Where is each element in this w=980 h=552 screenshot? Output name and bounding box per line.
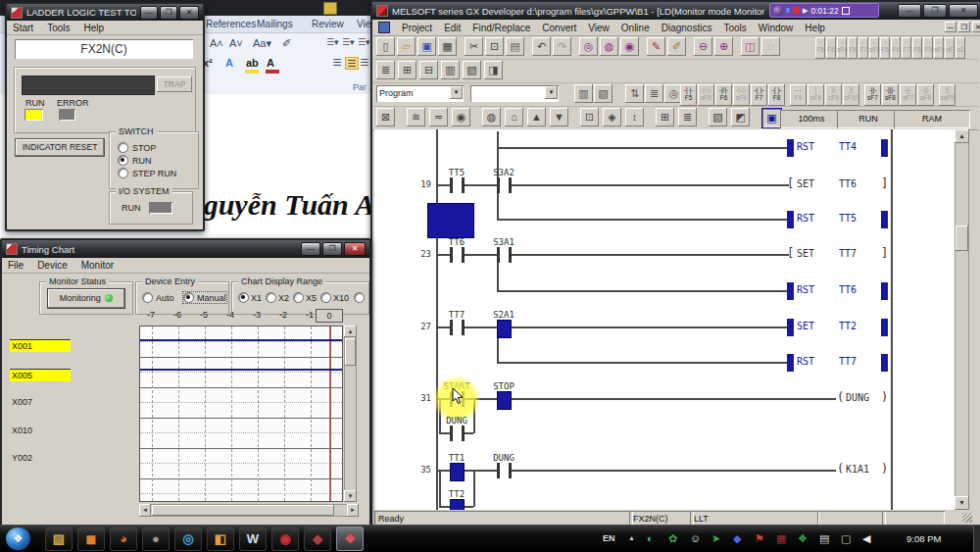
tray-clipboard-icon[interactable]: ▤ <box>819 532 829 545</box>
taskbar-app-gx-developer[interactable]: ❖ <box>336 527 364 551</box>
ladder-symbol-F6[interactable]: -|/|-F6 <box>715 84 732 106</box>
signal-label-X007[interactable]: X007 <box>10 396 71 408</box>
monitoring-button[interactable]: Monitoring <box>47 288 125 309</box>
recorder-stop-icon[interactable] <box>793 7 800 14</box>
switch-option-stop[interactable]: STOP <box>118 142 156 153</box>
sort-button[interactable]: ⇅ <box>625 84 644 103</box>
contact-bar[interactable] <box>497 463 500 478</box>
range-option-X2[interactable]: X2 <box>266 292 289 303</box>
language-indicator[interactable]: EN <box>603 533 615 543</box>
comment-edit-button[interactable]: ▥ <box>574 84 593 103</box>
device-list-button[interactable]: ≣ <box>645 84 663 103</box>
range-option-clipped[interactable] <box>354 292 365 303</box>
gx-menu-tools[interactable]: Tools <box>717 23 752 33</box>
statement-edit-button[interactable]: ▧ <box>594 84 612 103</box>
gx-menu-view[interactable]: View <box>582 23 615 33</box>
chart-scroll-right[interactable]: ► <box>347 504 359 517</box>
lt-menu-help[interactable]: Help <box>83 23 104 33</box>
comment-toggle-button[interactable]: ≣ <box>678 108 697 126</box>
taskbar-app-explorer[interactable]: ▨ <box>45 527 73 551</box>
tc-menu-file[interactable]: File <box>8 260 24 271</box>
trace-2-button[interactable]: ≂ <box>429 108 448 126</box>
word-tab-review[interactable]: Review <box>312 19 344 29</box>
tray-network-icon[interactable]: ▢ <box>841 532 851 545</box>
trap-button[interactable]: TRAP <box>157 76 192 92</box>
ladder-vscroll-thumb[interactable] <box>956 226 968 251</box>
range-option-X10[interactable]: X10 <box>320 292 349 303</box>
combo-arrow-icon[interactable]: ▼ <box>450 86 463 99</box>
open-button[interactable]: ▱ <box>397 37 416 56</box>
recorder-panel-icon[interactable] <box>842 7 850 15</box>
timing-chart-window[interactable]: Timing Chart — ❐ ✕ FileDeviceMonitor Mon… <box>0 238 371 528</box>
recorder-play-icon[interactable]: ▶ <box>803 7 808 15</box>
statement-view-button[interactable]: ▧ <box>463 61 481 79</box>
gx-menu-online[interactable]: Online <box>615 23 656 33</box>
device-entry-option-manual[interactable]: Manual <box>183 292 226 303</box>
taskbar-app-messenger[interactable]: ◎ <box>174 527 202 551</box>
paste-button[interactable]: ▤ <box>506 37 524 56</box>
ladder-symbol-F5[interactable]: -| |-F5 <box>680 84 697 106</box>
gx-child-restore[interactable]: ❐ <box>958 22 970 32</box>
tray-sync-icon[interactable]: ◐ <box>647 532 654 545</box>
signal-label-Y002[interactable]: Y002 <box>10 452 71 464</box>
tray-messenger-icon[interactable]: ☺ <box>690 532 701 545</box>
chart-hscroll-thumb[interactable] <box>152 505 334 516</box>
timing-close-button[interactable]: ✕ <box>344 242 366 256</box>
contact-bar[interactable] <box>462 247 465 263</box>
tray-antivirus-icon[interactable]: ✿ <box>668 532 677 545</box>
comment-view-button[interactable]: ▥ <box>441 61 460 79</box>
contact-bar[interactable] <box>450 426 453 441</box>
gx-maximize-button[interactable]: ❐ <box>923 4 947 18</box>
gx-child-minimize[interactable]: — <box>945 22 956 32</box>
scroll-up-button[interactable]: ▲ <box>527 108 546 126</box>
device-select[interactable]: ▼ <box>470 85 559 102</box>
ladder-vertical-scrollbar[interactable]: ▲▼ <box>955 129 969 510</box>
alias-toggle-button[interactable]: ◩ <box>731 108 750 126</box>
chart-scroll-left[interactable]: ◄ <box>139 504 151 517</box>
tc-menu-monitor[interactable]: Monitor <box>81 260 114 271</box>
taskbar-clock[interactable]: 9:08 PM <box>906 533 941 544</box>
word-font-tool-1[interactable]: A˅ <box>229 37 243 49</box>
zoom-out-button[interactable]: ⊖ <box>694 37 712 56</box>
find-device-button[interactable]: ◍ <box>600 37 618 56</box>
taskbar-app-app-red[interactable]: ◆ <box>304 527 331 551</box>
word-tab-mailings[interactable]: Mailings <box>257 19 293 29</box>
gx-menu-project[interactable]: Project <box>396 23 438 33</box>
ladder-symbol-F8[interactable]: -{ }-F8 <box>768 84 785 106</box>
gx-menu-find-replace[interactable]: Find/Replace <box>466 23 536 33</box>
screen-recorder-widget[interactable]: ‖ ▶ 0:01:22 <box>769 3 879 18</box>
marker-red-button[interactable]: ✎ <box>647 37 665 56</box>
new-button[interactable]: ▯ <box>376 37 395 56</box>
ladder-tool-minimize-button[interactable]: — <box>140 6 158 20</box>
ladder-edit-cursor[interactable] <box>427 203 474 238</box>
combo-arrow-icon[interactable]: ▼ <box>545 86 558 99</box>
device-test-button[interactable]: ⊡ <box>580 108 599 126</box>
contact-bar[interactable] <box>462 177 465 193</box>
ladder-tool-maximize-button[interactable]: ❐ <box>160 6 177 20</box>
word-list-tool-2[interactable]: ☰▾ <box>358 37 370 47</box>
ladder-symbol-sF8[interactable]: -|||-sF8 <box>882 84 899 106</box>
chart-horizontal-scrollbar[interactable]: ◄► <box>139 504 359 517</box>
contact-bar[interactable] <box>497 247 500 263</box>
word-font-tool-0[interactable]: A˄ <box>210 37 223 49</box>
contact-bar[interactable] <box>450 320 453 335</box>
device-entry-option-auto[interactable]: Auto <box>142 292 174 303</box>
contact-bar[interactable] <box>509 463 512 478</box>
tray-leaf-icon[interactable]: ❖ <box>798 532 808 545</box>
contact-bar[interactable] <box>450 247 453 263</box>
program-select[interactable]: Program▼ <box>376 85 464 102</box>
word-font-tool-2[interactable]: Aa▾ <box>253 37 271 50</box>
taskbar-app-photo-app[interactable]: ◧ <box>207 527 234 551</box>
start-button[interactable]: ❖ <box>6 527 30 550</box>
contact-energized-TT1[interactable] <box>450 463 465 481</box>
partial-execute-button[interactable]: ⊞ <box>656 108 674 126</box>
tray-expand-icon[interactable]: ▲ <box>628 534 635 541</box>
chart-vertical-scrollbar[interactable]: ▲▼ <box>344 326 357 502</box>
timing-chart-titlebar[interactable]: Timing Chart — ❐ ✕ <box>2 240 369 258</box>
statement-toggle-button[interactable]: ▧ <box>709 108 727 126</box>
tray-flag-icon[interactable]: ⚑ <box>755 532 764 545</box>
signal-label-X010[interactable]: X010 <box>10 425 71 436</box>
taskbar-app-firefox[interactable]: ◕ <box>110 527 137 551</box>
signal-label-X001[interactable]: X001 <box>10 339 71 352</box>
word-qat-icon[interactable] <box>323 2 337 15</box>
